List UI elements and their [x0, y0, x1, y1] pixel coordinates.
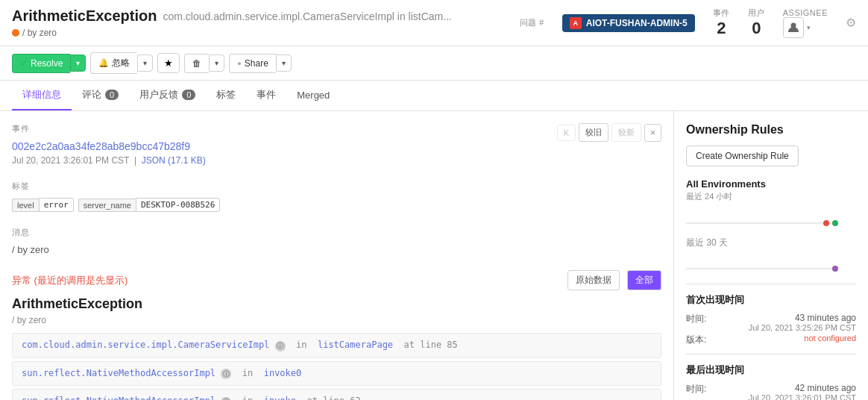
- spark-chart-24h: [686, 208, 856, 231]
- frame-in-2: in: [242, 396, 253, 400]
- create-ownership-rule-button[interactable]: Create Ownership Rule: [686, 146, 799, 166]
- issue-number: 问题 #: [520, 17, 544, 28]
- frame-class-1[interactable]: sun.reflect.NativeMethodAccessorImpl: [22, 368, 216, 378]
- first-seen-time-value: 43 minutes ago: [749, 313, 856, 323]
- event-json-link[interactable]: JSON (17.1 KB): [142, 155, 206, 166]
- tags-section: 标签 level error server_name DESKTOP-008B5…: [12, 181, 661, 212]
- event-id: 002e2c2a0aa34fe28ab8e9bcc47b28f9: [12, 140, 206, 152]
- sidebar-divider-1: [686, 284, 856, 284]
- info-icon-1[interactable]: ⓘ: [221, 369, 231, 379]
- ignore-icon: 🔔: [98, 58, 109, 68]
- tag-val-server: DESKTOP-008B526: [136, 198, 220, 212]
- events-meta: 事件 2: [713, 7, 730, 38]
- first-seen-date: Jul 20, 2021 3:25:26 PM CST: [749, 323, 856, 332]
- toolbar: ✓ Resolve ▾ 🔔 忽略 ▾ ★ 🗑 ▾ ● Share ▾: [0, 46, 868, 81]
- nav-oldest-button[interactable]: K: [557, 125, 576, 141]
- resolve-label: Resolve: [31, 58, 63, 69]
- issue-title: ArithmeticException com.cloud.admin.serv…: [12, 7, 520, 25]
- info-icon-0[interactable]: ⓘ: [275, 341, 286, 351]
- status-dot: [12, 29, 19, 37]
- ignore-split-button[interactable]: 🔔 忽略 ▾: [90, 52, 153, 74]
- exception-section-label: 异常 (最近的调用是先显示): [12, 274, 128, 287]
- svg-point-2: [832, 220, 838, 226]
- event-meta: Jul 20, 2021 3:26:01 PM CST | JSON (17.1…: [12, 155, 206, 166]
- header-subtitle: / by zero: [12, 28, 520, 38]
- exception-name-large: ArithmeticException: [12, 296, 661, 312]
- tab-details[interactable]: 详细信息: [12, 81, 72, 110]
- header-settings-icon[interactable]: ⚙: [846, 16, 856, 30]
- message-section-label: 消息: [12, 227, 661, 238]
- delete-dropdown-arrow[interactable]: ▾: [209, 54, 224, 72]
- last-seen-time-value: 42 minutes ago: [749, 383, 856, 393]
- tab-events[interactable]: 事件: [246, 81, 286, 110]
- resolve-dropdown-arrow[interactable]: ▾: [70, 54, 86, 72]
- nav-older-button[interactable]: 较旧: [579, 123, 608, 142]
- last-seen-time-label: 时间:: [686, 383, 706, 396]
- ignore-button[interactable]: 🔔 忽略: [90, 52, 137, 74]
- main-layout: 事件 002e2c2a0aa34fe28ab8e9bcc47b28f9 Jul …: [0, 111, 868, 400]
- event-date: Jul 20, 2021 3:26:01 PM CST: [12, 155, 129, 166]
- first-seen-time-row: 时间: 43 minutes ago Jul 20, 2021 3:25:26 …: [686, 313, 856, 332]
- spark-svg-30d: [686, 254, 850, 276]
- tags-section-label: 标签: [12, 181, 661, 192]
- spark-chart-30d: [686, 254, 856, 276]
- first-seen-version-value[interactable]: not configured: [804, 334, 856, 343]
- last-seen-section: 最后出现时间 时间: 42 minutes ago Jul 20, 2021 3…: [686, 363, 856, 400]
- nav-newer-button[interactable]: 较新: [611, 123, 641, 142]
- event-id-link[interactable]: 002e2c2a0aa34fe28ab8e9bcc47b28f9: [12, 140, 190, 152]
- tab-comments[interactable]: 评论 0: [72, 81, 129, 110]
- full-button[interactable]: 全部: [627, 270, 661, 290]
- message-text: / by zero: [12, 244, 661, 255]
- last-24h-label: 最近 24 小时: [686, 191, 856, 202]
- tags-row: level error server_name DESKTOP-008B526: [12, 198, 661, 212]
- event-section: 事件 002e2c2a0aa34fe28ab8e9bcc47b28f9 Jul …: [12, 123, 661, 166]
- frame-in-1: in: [242, 368, 253, 378]
- raw-data-button[interactable]: 原始数据: [567, 270, 620, 290]
- header-left: ArithmeticException com.cloud.admin.serv…: [12, 7, 520, 38]
- frame-line-2: at line 62: [307, 396, 361, 400]
- delete-button[interactable]: 🗑: [184, 54, 209, 73]
- frame-class-2[interactable]: sun.reflect.NativeMethodAccessorImpl: [22, 396, 216, 400]
- last-seen-date: Jul 20, 2021 3:26:01 PM CST: [749, 393, 856, 400]
- spark-svg-24h: [686, 208, 850, 231]
- issue-badge[interactable]: A AIOT-FUSHAN-ADMIN-5: [562, 14, 695, 32]
- feedback-badge: 0: [182, 90, 195, 100]
- tab-feedback[interactable]: 用户反馈 0: [129, 81, 206, 110]
- share-dropdown-arrow[interactable]: ▾: [276, 54, 292, 72]
- badge-text: AIOT-FUSHAN-ADMIN-5: [586, 18, 688, 28]
- exception-header: 异常 (最近的调用是先显示) 原始数据 全部: [12, 270, 661, 290]
- tab-merged[interactable]: Merged: [286, 81, 340, 110]
- last-seen-time-row: 时间: 42 minutes ago Jul 20, 2021 3:26:01 …: [686, 383, 856, 400]
- svg-point-5: [832, 266, 838, 272]
- ignore-dropdown-arrow[interactable]: ▾: [137, 54, 153, 72]
- bookmark-button[interactable]: ★: [157, 53, 180, 73]
- assignee-icon[interactable]: [783, 17, 804, 38]
- info-icon-2[interactable]: ⓘ: [221, 397, 231, 401]
- tag-server-name: server_name DESKTOP-008B526: [78, 198, 221, 212]
- share-split-button[interactable]: ● Share ▾: [229, 54, 291, 73]
- users-value: 0: [748, 19, 765, 38]
- share-button[interactable]: ● Share: [229, 54, 275, 73]
- tag-key-level: level: [12, 199, 39, 212]
- stack-frame-0: com.cloud.admin.service.impl.CameraServi…: [12, 333, 661, 358]
- share-label: Share: [245, 58, 268, 69]
- exception-name: ArithmeticException: [12, 7, 157, 25]
- nav-close-button[interactable]: ×: [644, 124, 661, 142]
- tab-tags[interactable]: 标签: [206, 81, 246, 110]
- assignee-selector[interactable]: ▾: [783, 17, 828, 38]
- ignore-label: 忽略: [112, 57, 130, 69]
- delete-split-button[interactable]: 🗑 ▾: [184, 54, 224, 73]
- assignee-chevron[interactable]: ▾: [807, 24, 811, 31]
- frame-method-0: listCameraPage: [318, 340, 393, 350]
- first-seen-time-label: 时间:: [686, 313, 706, 325]
- resolve-button[interactable]: ✓ Resolve: [12, 54, 70, 73]
- comments-badge: 0: [105, 90, 119, 100]
- events-label: 事件: [713, 7, 730, 19]
- checkmark-icon: ✓: [20, 58, 28, 69]
- header-meta: 问题 # A AIOT-FUSHAN-ADMIN-5 事件 2 用户 0 ASS…: [520, 7, 828, 38]
- stack-frame-2: sun.reflect.NativeMethodAccessorImpl ⓘ i…: [12, 389, 661, 400]
- events-value: 2: [713, 19, 730, 38]
- frame-class-0[interactable]: com.cloud.admin.service.impl.CameraServi…: [22, 340, 269, 350]
- resolve-split-button[interactable]: ✓ Resolve ▾: [12, 54, 86, 73]
- users-meta: 用户 0: [748, 7, 765, 38]
